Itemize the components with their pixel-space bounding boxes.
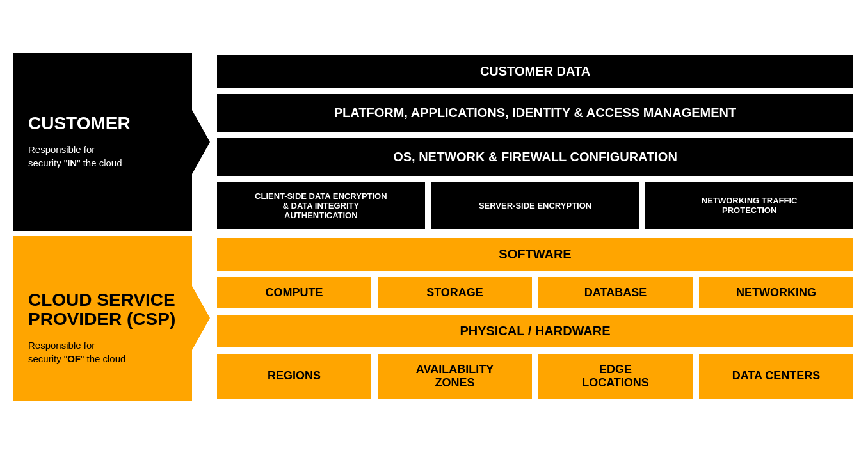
networking-traffic-col: NETWORKING TRAFFIC PROTECTION [643, 180, 855, 231]
customer-subtitle: Responsible forsecurity "IN" the cloud [28, 143, 122, 170]
compute-col: COMPUTE [215, 275, 373, 310]
availability-zones-col: AVAILABILITY ZONES [376, 352, 534, 401]
storage-col: STORAGE [376, 275, 534, 310]
customer-bold: IN [67, 157, 77, 168]
csp-panel: CLOUD SERVICE PROVIDER (CSP) Responsible… [13, 236, 192, 401]
csp-title-text: CLOUD SERVICE PROVIDER (CSP) [28, 290, 175, 330]
customer-panel: CUSTOMER Responsible forsecurity "IN" th… [13, 53, 192, 231]
server-side-label: SERVER-SIDE ENCRYPTION [479, 201, 591, 211]
csp-title: CLOUD SERVICE PROVIDER (CSP) [28, 271, 175, 330]
csp-bold: OF [67, 353, 81, 364]
client-side-col: CLIENT-SIDE DATA ENCRYPTION & DATA INTEG… [215, 180, 427, 231]
software-cols: COMPUTE STORAGE DATABASE NETWORKING [215, 275, 855, 310]
customer-data-row: CUSTOMER DATA [215, 53, 855, 90]
csp-section: CLOUD SERVICE PROVIDER (CSP) Responsible… [13, 236, 855, 401]
platform-row: PLATFORM, APPLICATIONS, IDENTITY & ACCES… [215, 92, 855, 134]
csp-right: SOFTWARE COMPUTE STORAGE DATABASE NETWOR… [215, 236, 855, 401]
networking-traffic-label: NETWORKING TRAFFIC PROTECTION [702, 196, 797, 215]
customer-section: CUSTOMER Responsible forsecurity "IN" th… [13, 53, 855, 231]
regions-col: REGIONS [215, 352, 373, 401]
physical-row: PHYSICAL / HARDWARE [215, 313, 855, 349]
physical-cols: REGIONS AVAILABILITY ZONES EDGE LOCATION… [215, 352, 855, 401]
client-side-label: CLIENT-SIDE DATA ENCRYPTION & DATA INTEG… [255, 191, 387, 220]
database-col: DATABASE [536, 275, 695, 310]
customer-title: CUSTOMER [28, 114, 131, 134]
software-row: SOFTWARE [215, 236, 855, 273]
os-row: OS, NETWORK & FIREWALL CONFIGURATION [215, 136, 855, 178]
encryption-row: CLIENT-SIDE DATA ENCRYPTION & DATA INTEG… [215, 180, 855, 231]
networking-col: NETWORKING [697, 275, 855, 310]
diagram: CUSTOMER Responsible forsecurity "IN" th… [13, 53, 855, 401]
server-side-col: SERVER-SIDE ENCRYPTION [430, 180, 641, 231]
edge-locations-label: EDGE LOCATIONS [582, 363, 649, 390]
availability-zones-label: AVAILABILITY ZONES [416, 363, 494, 390]
customer-right: CUSTOMER DATA PLATFORM, APPLICATIONS, ID… [215, 53, 855, 231]
csp-subtitle: Responsible forsecurity "OF" the cloud [28, 338, 125, 365]
data-centers-col: DATA CENTERS [697, 352, 855, 401]
edge-locations-col: EDGE LOCATIONS [536, 352, 695, 401]
